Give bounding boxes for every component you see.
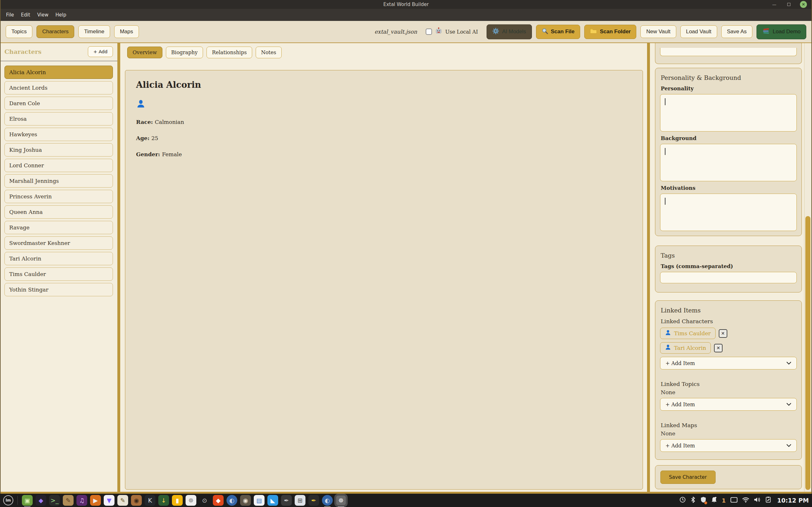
music-app-icon[interactable]: ♫ [77,495,87,506]
kde-connect-icon[interactable]: K [145,495,155,506]
character-list-item[interactable]: Princess Averin [4,190,113,203]
character-list-item[interactable]: Tari Alcorin [4,252,113,265]
active-app-gears-icon[interactable]: ☸ [336,495,346,506]
linked-character-chip[interactable]: Tari Alcorin [660,342,711,354]
shield-update-icon[interactable] [700,497,706,504]
sidebar-title: Characters [4,48,42,55]
feather-gold-icon[interactable]: ✒ [308,495,319,506]
paint-app-icon[interactable]: ✎ [63,495,73,506]
menu-item[interactable]: Help [52,9,70,20]
character-field: Gender:Female [136,151,632,158]
notification-bell-icon[interactable] [711,497,717,504]
character-list-item[interactable]: Daren Cole [4,97,113,110]
video-editor-icon[interactable]: ▶ [90,495,101,506]
workspace: Characters + Add Alicia AlcorinAncient L… [1,43,811,492]
proximity-icon[interactable]: ⊙ [199,495,210,506]
minimize-button[interactable]: — [771,1,778,8]
scan-file-button[interactable]: Scan File [536,25,580,39]
window-bottom-border [1,492,811,494]
close-button[interactable]: ✕ [800,1,807,8]
motivations-textarea[interactable] [660,193,797,231]
toolbar: TopicsCharactersTimelineMaps extal_vault… [1,21,811,43]
tray-clock-time[interactable]: 10:12 PM [777,497,809,504]
notes-editor-icon[interactable]: ✎ [117,495,128,506]
detail-tab[interactable]: Notes [256,47,282,58]
character-list-item[interactable]: Hawkeyes [4,128,113,141]
add-character-button[interactable]: + Add [88,46,113,57]
character-list-item[interactable]: Ancient Lords [4,81,113,95]
browser-sphere-icon[interactable]: ◐ [226,495,237,506]
volume-icon[interactable] [754,497,761,504]
load-demo-button[interactable]: Load Demo [757,24,806,39]
vscode-icon[interactable]: ◣ [267,495,278,506]
scrolled-textarea-fragment[interactable] [660,48,797,56]
character-list-item[interactable]: Lord Conner [4,159,113,172]
save-as-button[interactable]: Save As [721,25,752,38]
linked-maps-add-select[interactable]: + Add Item [660,439,797,452]
save-character-button[interactable]: Save Character [660,470,716,484]
tags-input[interactable] [660,272,797,283]
linked-character-chip[interactable]: Tims Caulder [660,328,716,339]
background-label: Background [661,135,797,141]
brave-browser-icon[interactable]: ◆ [213,495,223,506]
character-list-item[interactable]: Alicia Alcorin [4,66,113,79]
detail-tab[interactable]: Biography [166,47,203,58]
new-vault-button[interactable]: New Vault [641,25,676,38]
linked-topics-add-select[interactable]: + Add Item [660,398,797,411]
person-icon [136,99,632,110]
detail-tab[interactable]: Overview [127,47,162,58]
scrollbar-track[interactable] [804,43,811,492]
audio-player-icon[interactable]: ◉ [131,495,142,506]
nav-button[interactable]: Characters [37,25,74,38]
keep-notes-icon[interactable]: ▮ [172,495,183,506]
window-list-icon[interactable] [730,497,738,504]
background-textarea[interactable] [660,144,797,181]
menu-item[interactable]: File [3,9,17,20]
character-list-item[interactable]: Queen Anna [4,205,113,219]
scan-folder-button[interactable]: Scan Folder [584,25,636,39]
character-list-item[interactable]: Swordmaster Keshner [4,236,113,250]
character-list-item[interactable]: Elrosa [4,112,113,125]
maximize-button[interactable] [785,1,792,8]
personality-textarea[interactable] [660,94,797,131]
settings-gears-icon[interactable]: ☸ [186,495,196,506]
tags-label: Tags (comma-separated) [661,263,797,269]
bluetooth-icon[interactable] [691,497,696,504]
tor-browser-icon[interactable]: ▼ [104,495,114,506]
clock-tray-icon[interactable] [679,497,686,504]
calculator-icon[interactable]: ⊞ [295,495,305,506]
menu-item[interactable]: View [34,9,52,20]
character-list-item[interactable]: Tims Caulder [4,268,113,281]
use-local-ai-checkbox[interactable] [426,29,432,35]
feather-dark-icon[interactable]: ✒ [281,495,292,506]
wifi-icon[interactable] [742,497,749,504]
detail-tab[interactable]: Relationships [206,47,252,58]
notification-count[interactable]: 1 [722,497,726,504]
clipboard-edit-icon[interactable] [765,497,771,504]
character-list-item[interactable]: Yothin Stingar [4,283,113,296]
taskbar-apps: ▣◆>_✎♫▶▼✎◉K↓▮☸⊙◆◐◉▤◣✒⊞✒◐☸ [22,495,346,506]
character-list-item[interactable]: Marshall Jennings [4,174,113,187]
obsidian-icon[interactable]: ◆ [36,495,46,506]
load-vault-button[interactable]: Load Vault [680,25,717,38]
character-list-item[interactable]: King Joshua [4,143,113,157]
terminal-icon[interactable]: >_ [49,495,60,506]
character-list-item[interactable]: Ravage [4,221,113,234]
gear-icon [492,27,499,36]
nav-button[interactable]: Topics [6,25,32,38]
linked-characters-add-select[interactable]: + Add Item [660,357,797,370]
nav-button[interactable]: Timeline [78,25,110,38]
linked-items-title: Linked Items [661,307,797,314]
remove-link-button[interactable]: ✕ [719,329,727,338]
nav-button[interactable]: Maps [114,25,139,38]
web-downloader-icon[interactable]: ↓ [158,495,169,506]
menu-item[interactable]: Edit [17,9,34,20]
gimp-icon[interactable]: ◉ [240,495,251,506]
files-icon[interactable]: ▣ [22,495,33,506]
scrollbar-thumb[interactable] [805,216,810,490]
libreoffice-writer-icon[interactable]: ▤ [254,495,264,506]
remove-link-button[interactable]: ✕ [714,344,722,352]
ai-models-button[interactable]: AI Models [487,24,532,39]
mint-menu-icon[interactable]: lm [3,495,13,505]
browser-sphere2-icon[interactable]: ◐ [322,495,333,506]
